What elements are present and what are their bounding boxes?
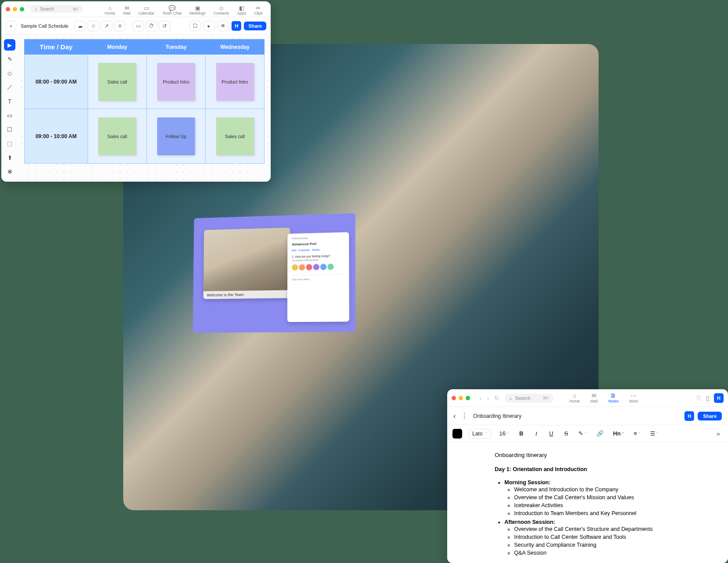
window-traffic-lights[interactable] [452, 396, 470, 400]
upload-tool[interactable]: ⬆ [4, 152, 15, 163]
cloud-sync-icon[interactable]: ☁ [74, 21, 86, 31]
poll-subtitle: Company's Rating Scale [292, 258, 345, 262]
user-avatar[interactable]: H [714, 393, 724, 403]
app-nav-tabs: ⌂Home✉Mail🗎Notes⋯More [564, 392, 643, 403]
schedule-card[interactable]: Sales call [98, 63, 136, 101]
minimize-icon[interactable] [459, 396, 463, 400]
back-button[interactable]: ‹ [6, 21, 16, 31]
nav-tab-home[interactable]: ⌂Home [101, 3, 119, 15]
history-icon[interactable]: ↺ [159, 21, 170, 31]
rating-option [306, 264, 312, 270]
bold-button[interactable]: B [517, 429, 526, 438]
schedule-card[interactable]: Follow Up [157, 117, 195, 155]
global-search[interactable]: ⌕ Search ⌘F [505, 394, 553, 402]
collaborator-avatar[interactable]: H [684, 411, 694, 421]
align-button[interactable]: ≡ ˅ [632, 429, 642, 438]
nav-tab-calendar[interactable]: ▭Calendar [135, 3, 158, 15]
document-title[interactable]: Sample Call Schedule [21, 23, 68, 29]
schedule-card[interactable]: Sales call [98, 117, 136, 155]
nav-tab-notes[interactable]: 🗎Notes [603, 392, 624, 403]
star-icon[interactable]: ☆ [88, 21, 99, 31]
color-swatch[interactable] [452, 429, 462, 439]
present-icon[interactable]: ▭ [132, 21, 144, 31]
schedule-card[interactable]: Sales call [216, 117, 254, 155]
document-body[interactable]: Onboarding Itinerary Day 1: Orientation … [447, 442, 728, 563]
comment-tool[interactable]: ☐ [4, 124, 15, 135]
comment-icon[interactable]: ☐ [189, 21, 201, 31]
strikethrough-button[interactable]: S [562, 429, 570, 438]
nav-tab-clips[interactable]: ✂Clips [250, 3, 266, 15]
session-item: Overview of the Call Center's Structure … [514, 525, 723, 533]
document-title[interactable]: Onboarding Itinerary [473, 413, 521, 419]
back-button[interactable]: ‹ [453, 412, 456, 420]
global-search[interactable]: ⌕ Search ⌘F [30, 5, 83, 13]
pointer-tool[interactable]: ▶ [4, 39, 15, 51]
notes-window: ‹ › ↻ ⌕ Search ⌘F ⌂Home✉Mail🗎Notes⋯More … [447, 389, 728, 563]
shape-tool[interactable]: ◇ [4, 67, 15, 79]
stamp-tool[interactable]: ✻ [4, 166, 15, 177]
nav-tab-team-chat[interactable]: 💬Team Chat [159, 3, 185, 15]
history-back-button[interactable]: ‹ [478, 394, 484, 402]
nav-tab-home[interactable]: ⌂Home [564, 392, 585, 403]
toolbar-expand-icon[interactable]: » [714, 429, 723, 438]
frame-tool[interactable]: ⬚ [4, 138, 15, 149]
heading-button[interactable]: Hn ˅ [611, 429, 626, 438]
nav-tab-more[interactable]: ⋯More [624, 392, 643, 403]
session-item: Security and Compliance Training [514, 541, 723, 549]
line-tool[interactable]: ／ [4, 81, 15, 93]
sticky-tool[interactable]: ▭ [4, 110, 15, 121]
bell-icon[interactable]: ♡ [696, 395, 702, 402]
schedule-cell: Product Intro [206, 55, 265, 109]
history-reload-button[interactable]: ↻ [493, 394, 501, 402]
underline-button[interactable]: U [547, 429, 555, 438]
nav-tab-meetings[interactable]: ▣Meetings [186, 3, 209, 15]
welcome-video-card: Welcome to the Team [203, 227, 290, 299]
nav-tab-mail[interactable]: ✉Mail [120, 3, 134, 15]
schedule-cell: Follow Up [147, 109, 206, 164]
schedule-cell: Sales call [206, 109, 265, 164]
nav-tab-mail[interactable]: ✉Mail [585, 392, 603, 403]
search-icon: ⌕ [35, 7, 37, 11]
link-button[interactable]: 🔗 [595, 429, 605, 438]
pen-tool[interactable]: ✎ [4, 53, 15, 65]
user-avatar[interactable]: H [232, 21, 241, 31]
schedule-header-cell: Tuesday [147, 40, 206, 55]
text-tool[interactable]: T [4, 95, 15, 107]
share-button[interactable]: Share [698, 412, 722, 420]
schedule-cell: Product Intro [147, 55, 206, 109]
share-button[interactable]: Share [244, 22, 266, 30]
minimize-icon[interactable] [13, 7, 17, 11]
panel-icon[interactable]: ▯ [706, 395, 710, 402]
list-button[interactable]: ☰ ˅ [648, 429, 661, 438]
schedule-cell: Sales call [88, 109, 147, 164]
share-link-icon[interactable]: ↗ [101, 21, 112, 31]
font-name: Lato [472, 431, 482, 437]
nav-tab-contacts[interactable]: ☺Contacts [210, 3, 233, 15]
italic-button[interactable]: I [532, 429, 540, 438]
schedule-card[interactable]: Product Intro [216, 63, 254, 101]
search-placeholder: Search [515, 395, 530, 401]
poll-question: 1. How are you feeling today? [292, 254, 345, 259]
history-forward-button[interactable]: › [485, 394, 491, 402]
nav-tab-apps[interactable]: ◧Apps [233, 3, 250, 15]
whiteboard-tool-palette: ▶ ✎ ◇ ／ T ▭ ☐ ⬚ ⬆ ✻ [1, 35, 18, 182]
timer-icon[interactable]: ⏱ [146, 21, 157, 31]
record-icon[interactable]: ▸ [203, 21, 215, 31]
close-icon[interactable] [452, 396, 456, 400]
font-select[interactable]: Lato ˅ [468, 429, 491, 439]
maximize-icon[interactable] [466, 396, 470, 400]
maximize-icon[interactable] [20, 7, 24, 11]
window-traffic-lights[interactable] [6, 7, 24, 11]
close-icon[interactable] [6, 7, 10, 11]
mail-icon: ✉ [592, 392, 596, 399]
rating-option [320, 264, 327, 270]
list-icon[interactable]: ≡ [114, 21, 125, 31]
font-size-select[interactable]: 16 ˅ [497, 429, 511, 438]
more-menu-icon[interactable]: ⋮ [461, 412, 468, 420]
whiteboard-toolbar: ‹ Sample Call Schedule ☁ ☆ ↗ ≡ ▭ ⏱ ↺ ☐ ▸… [1, 17, 271, 35]
highlight-button[interactable]: ✎ ˅ [577, 429, 588, 438]
poll-breadcrumb: Polls/Quizzes [292, 236, 345, 240]
whiteboard-canvas[interactable]: Time / DayMondayTuesdayWednesday 08:00 -… [18, 35, 271, 182]
schedule-card[interactable]: Product Intro [157, 63, 195, 101]
view-icon[interactable]: 👁 [217, 21, 229, 31]
